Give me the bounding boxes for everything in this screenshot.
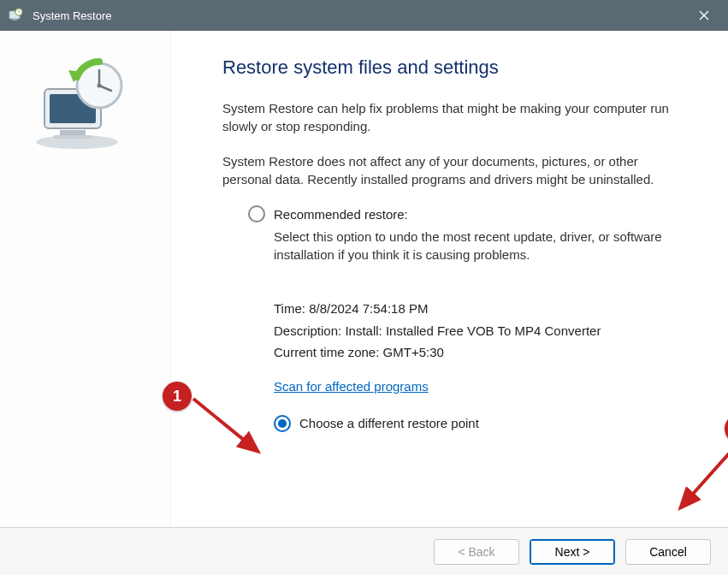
restore-point-details: Time: 8/8/2024 7:54:18 PM Description: I… bbox=[274, 298, 677, 435]
system-restore-hero-icon bbox=[26, 56, 128, 151]
intro-paragraph-2: System Restore does not affect any of yo… bbox=[222, 152, 677, 188]
scan-affected-programs-link[interactable]: Scan for affected programs bbox=[274, 376, 429, 398]
option-recommended-desc: Select this option to undo the most rece… bbox=[274, 228, 677, 264]
svg-rect-6 bbox=[60, 130, 86, 135]
titlebar: System Restore bbox=[0, 0, 728, 31]
cancel-button[interactable]: Cancel bbox=[625, 539, 711, 565]
annotation-callout-1: 1 bbox=[163, 382, 192, 411]
page-heading: Restore system files and settings bbox=[222, 56, 677, 79]
next-button[interactable]: Next > bbox=[530, 539, 615, 565]
dialog-footer: < Back Next > Cancel bbox=[0, 527, 728, 575]
detail-timezone: Current time zone: GMT+5:30 bbox=[274, 341, 677, 364]
back-button: < Back bbox=[434, 539, 519, 565]
annotation-arrow-2 bbox=[663, 442, 728, 519]
radio-selected-icon bbox=[274, 415, 291, 432]
option-recommended-label: Recommended restore: bbox=[274, 207, 408, 222]
option-choose-different[interactable]: Choose a different restore point bbox=[274, 412, 677, 435]
close-button[interactable] bbox=[687, 0, 721, 31]
close-icon bbox=[698, 9, 710, 21]
annotation-arrow-1 bbox=[190, 395, 267, 464]
detail-time: Time: 8/8/2024 7:54:18 PM bbox=[274, 298, 677, 320]
detail-description: Description: Install: Installed Free VOB… bbox=[274, 320, 677, 342]
option-choose-label: Choose a different restore point bbox=[299, 412, 479, 435]
system-restore-icon bbox=[7, 7, 24, 24]
radio-unselected-icon bbox=[248, 205, 265, 222]
svg-rect-7 bbox=[53, 135, 92, 139]
window-title: System Restore bbox=[33, 9, 687, 22]
svg-rect-1 bbox=[12, 19, 17, 21]
restore-options: Recommended restore: Select this option … bbox=[248, 205, 677, 435]
dialog-body: Restore system files and settings System… bbox=[0, 31, 728, 527]
content-area: Restore system files and settings System… bbox=[171, 31, 728, 527]
option-recommended[interactable]: Recommended restore: bbox=[248, 205, 677, 222]
sidebar bbox=[0, 31, 171, 527]
intro-paragraph-1: System Restore can help fix problems tha… bbox=[222, 99, 677, 135]
annotation-callout-2: 2 bbox=[725, 414, 728, 443]
